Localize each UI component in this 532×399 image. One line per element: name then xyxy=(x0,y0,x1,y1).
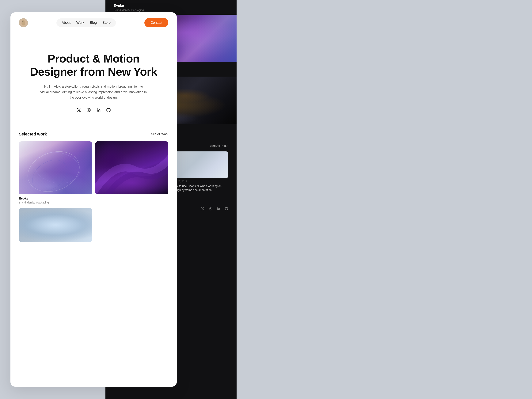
see-all-posts-link[interactable]: See All Posts xyxy=(210,144,228,148)
linkedin-icon[interactable] xyxy=(96,107,101,113)
selected-work-header: Selected work See All Work xyxy=(10,124,177,141)
nav-links-group: About Work Blog Store xyxy=(57,19,116,27)
dark-evoke-tags: Brand identity, Packaging xyxy=(114,9,228,12)
hero-section: Product & Motion Designer from New York … xyxy=(10,33,177,124)
contact-button[interactable]: Contact xyxy=(144,18,168,27)
avatar xyxy=(19,18,28,27)
work-item-purple[interactable] xyxy=(95,141,169,205)
hero-subtitle: Hi, I'm Alex, a storyteller through pixe… xyxy=(40,84,147,101)
blog-title-2: How to use ChatGPT when working on desig… xyxy=(172,184,228,192)
svg-point-9 xyxy=(22,145,85,194)
work-item-evoke[interactable]: Evoke Brand identity, Packaging xyxy=(19,141,92,205)
work-item-blue[interactable] xyxy=(19,208,92,242)
dark-github-icon[interactable] xyxy=(225,207,228,211)
work-second-row xyxy=(10,205,177,242)
blog-date-2: Feb 28, 2022 xyxy=(172,180,228,183)
svg-point-6 xyxy=(24,21,24,22)
dark-evoke-title: Evoke xyxy=(114,4,228,9)
evoke-tags: Brand identity, Packaging xyxy=(19,201,92,204)
twitter-x-icon[interactable] xyxy=(76,107,82,113)
evoke-info: Evoke Brand identity, Packaging xyxy=(19,194,92,205)
main-nav: About Work Blog Store Contact xyxy=(10,12,177,33)
purple-thumbnail xyxy=(95,141,169,194)
evoke-title: Evoke xyxy=(19,197,92,200)
nav-about-link[interactable]: About xyxy=(59,20,73,25)
hero-title: Product & Motion Designer from New York xyxy=(19,52,168,78)
dark-twitter-x-icon[interactable] xyxy=(201,207,204,211)
blog-item-2[interactable]: Feb 28, 2022 How to use ChatGPT when wor… xyxy=(172,152,228,192)
work-grid: Evoke Brand identity, Packaging xyxy=(10,141,177,205)
social-icons-group xyxy=(19,107,168,113)
nav-store-link[interactable]: Store xyxy=(100,20,113,25)
blue-thumbnail xyxy=(19,208,92,242)
github-icon[interactable] xyxy=(106,107,111,113)
svg-point-1 xyxy=(217,208,218,208)
blog-thumb-2 xyxy=(172,152,228,178)
nav-work-link[interactable]: Work xyxy=(74,20,87,25)
dark-dribbble-icon[interactable] xyxy=(209,207,212,211)
evoke-thumbnail xyxy=(19,141,92,194)
nav-blog-link[interactable]: Blog xyxy=(88,20,99,25)
svg-point-10 xyxy=(32,149,82,187)
svg-point-4 xyxy=(22,20,25,23)
dribbble-icon[interactable] xyxy=(86,107,91,113)
svg-point-5 xyxy=(23,21,23,22)
hero-title-line2: Designer from New York xyxy=(30,65,157,78)
svg-point-11 xyxy=(27,153,73,194)
selected-work-title: Selected work xyxy=(19,132,47,137)
hero-title-line1: Product & Motion xyxy=(48,52,140,65)
dark-linkedin-icon[interactable] xyxy=(217,207,220,211)
white-portfolio-card: About Work Blog Store Contact Product & … xyxy=(10,12,177,387)
see-all-work-link[interactable]: See All Work xyxy=(151,133,168,136)
svg-point-8 xyxy=(97,108,97,109)
